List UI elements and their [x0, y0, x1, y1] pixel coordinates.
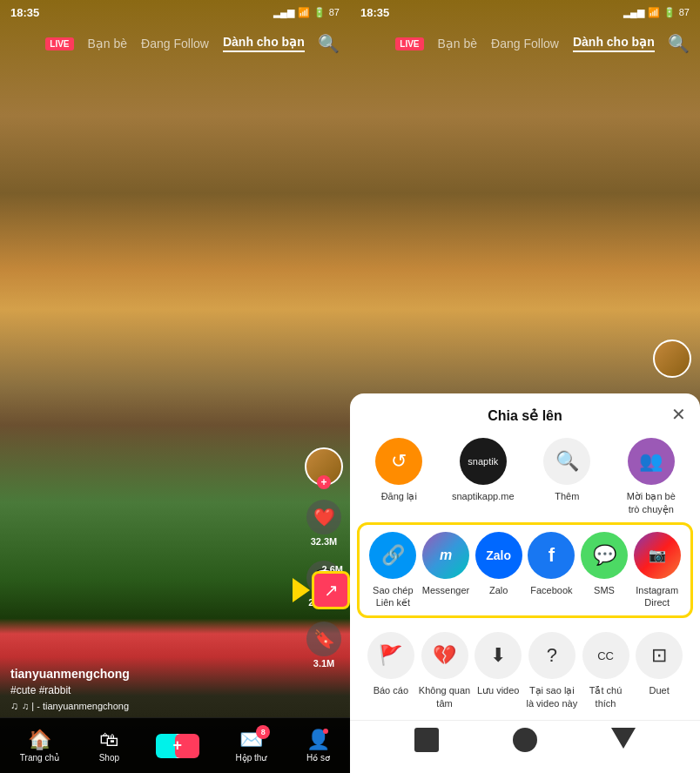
nav-plus-left[interactable]: + [159, 734, 196, 758]
shop-icon-left: 🛍 [99, 729, 118, 751]
bottom-nav-left: 🏠 Trang chủ 🛍 Shop + ✉️ Hộp thư 8 👤 Hồ s… [0, 717, 350, 773]
copy-link-label: Sao chép Liên kết [367, 584, 420, 609]
share-item-copy-link[interactable]: 🔗 Sao chép Liên kết [367, 532, 420, 609]
inbox-badge-left: 8 [256, 725, 270, 739]
caption-icon: CC [582, 632, 629, 679]
share-item-snaptik[interactable]: snaptik snaptikapp.me [452, 438, 515, 502]
live-badge-right[interactable]: LIVE [395, 37, 423, 50]
like-count-left: 32.3M [311, 536, 338, 547]
messenger-icon: m [422, 532, 469, 579]
share-panel-header: Chia sẻ lên ✕ [350, 393, 700, 431]
bookmark-btn-left[interactable]: 🔖 3.1M [306, 622, 341, 669]
facebook-icon: f [528, 532, 575, 579]
share-row-1: ↺ Đăng lại snaptik snaptikapp.me 🔍 Thêm … [350, 431, 700, 522]
share-item-not-interested[interactable]: 💔 Không quan tâm [418, 632, 472, 709]
snaptik-icon: snaptik [460, 438, 507, 485]
search-icon-left[interactable]: 🔍 [318, 33, 340, 54]
share-row-3: 🚩 Báo cáo 💔 Không quan tâm ⬇ Lưu video ?… [350, 625, 700, 716]
nav-circle-btn[interactable] [513, 728, 537, 752]
nav-square-btn[interactable] [414, 728, 439, 752]
share-item-why-video[interactable]: ? Tại sao lại là video này [525, 632, 579, 709]
them-label: Thêm [555, 490, 579, 502]
status-bar-left: 18:35 ▂▄▆ 📶 🔋 87 [0, 0, 350, 24]
heart-icon-left: ❤️ [306, 500, 341, 534]
search-icon-right[interactable]: 🔍 [668, 33, 690, 54]
inbox-label-left: Hộp thư [235, 753, 266, 763]
nav-back-btn[interactable] [611, 728, 636, 749]
right-phone: 18:35 ▂▄▆ 📶 🔋 87 LIVE Bạn bè Đang Follow… [350, 0, 700, 773]
share-close-button[interactable]: ✕ [671, 404, 686, 425]
nav-ban-be-left[interactable]: Bạn bè [88, 37, 128, 50]
music-info-left: ♫ ♫ | - tianyuanmengchong [10, 700, 298, 712]
zalo-label: Zalo [489, 584, 508, 596]
share-panel: Chia sẻ lên ✕ ↺ Đăng lại snaptik snaptik… [350, 393, 700, 773]
share-row-2-highlighted: 🔗 Sao chép Liên kết m Messenger Zalo Zal… [357, 522, 693, 619]
caption-label: Tắt chú thích [579, 684, 633, 709]
nav-dang-follow-right[interactable]: Đang Follow [491, 37, 559, 50]
share-item-repost[interactable]: ↺ Đăng lại [367, 438, 430, 502]
live-badge-left[interactable]: LIVE [45, 37, 73, 50]
video-background [0, 0, 350, 773]
save-video-label: Lưu video [477, 684, 520, 696]
top-nav-right: LIVE Bạn bè Đang Follow Dành cho bạn 🔍 [350, 24, 700, 63]
battery-level: 87 [329, 7, 340, 17]
share-item-messenger[interactable]: m Messenger [420, 532, 473, 596]
bookmark-icon-left: 🔖 [306, 622, 341, 656]
like-btn-left[interactable]: ❤️ 32.3M [306, 500, 341, 547]
battery-icon: 🔋 [313, 7, 326, 18]
share-item-duet[interactable]: ⊡ Duet [632, 632, 686, 696]
music-note-icon: ♫ [10, 700, 18, 712]
nav-danh-cho-ban-right[interactable]: Dành cho bạn [573, 35, 655, 52]
nav-shop-left[interactable]: 🛍 Shop [99, 729, 119, 763]
status-bar-right: 18:35 ▂▄▆ 📶 🔋 87 [350, 0, 700, 24]
why-video-label: Tại sao lại là video này [525, 684, 579, 709]
share-item-facebook[interactable]: f Facebook [525, 532, 578, 596]
report-label: Báo cáo [374, 684, 408, 696]
signal-icon-right: ▂▄▆ [623, 7, 644, 18]
report-icon: 🚩 [367, 632, 414, 679]
share-item-caption[interactable]: CC Tắt chú thích [579, 632, 633, 709]
why-video-icon: ? [528, 632, 575, 679]
bottom-info-left: tianyuanmengchong #cute #rabbit ♫ ♫ | - … [10, 667, 298, 712]
battery-icon-right: 🔋 [663, 7, 676, 18]
share-button-left[interactable]: ↗ [312, 571, 350, 609]
nav-danh-cho-ban-left[interactable]: Dành cho bạn [223, 35, 305, 52]
share-item-instagram[interactable]: 📷 Instagram Direct [630, 532, 683, 609]
zalo-icon: Zalo [475, 532, 522, 579]
username-left[interactable]: tianyuanmengchong [10, 667, 298, 681]
nav-inbox-left[interactable]: ✉️ Hộp thư 8 [235, 729, 266, 763]
snaptik-label: snaptikapp.me [452, 490, 515, 502]
save-video-icon: ⬇ [475, 632, 522, 679]
plus-button-left[interactable]: + [159, 734, 196, 758]
time-left: 18:35 [10, 6, 39, 19]
status-icons-right: ▂▄▆ 📶 🔋 87 [623, 7, 690, 18]
nav-ban-be-right[interactable]: Bạn bè [438, 37, 478, 50]
share-item-report[interactable]: 🚩 Báo cáo [364, 632, 418, 696]
share-item-sms[interactable]: 💬 SMS [578, 532, 631, 596]
instagram-label: Instagram Direct [630, 584, 683, 609]
share-item-save-video[interactable]: ⬇ Lưu video [471, 632, 525, 696]
duet-label: Duet [650, 684, 670, 696]
repost-icon: ↺ [375, 438, 422, 485]
music-text-left: ♫ | - tianyuanmengchong [22, 701, 129, 711]
nav-home-left[interactable]: 🏠 Trang chủ [20, 729, 59, 763]
not-interested-label: Không quan tâm [418, 684, 472, 709]
copy-link-icon: 🔗 [369, 532, 416, 579]
them-icon: 🔍 [543, 438, 590, 485]
not-interested-icon: 💔 [421, 632, 468, 679]
bookmark-count-left: 3.1M [313, 658, 334, 669]
avatar-left[interactable] [305, 447, 343, 486]
nav-dang-follow-left[interactable]: Đang Follow [141, 37, 209, 50]
share-item-them[interactable]: 🔍 Thêm [535, 438, 598, 502]
profile-label-left: Hồ sơ [306, 753, 330, 763]
nav-profile-left[interactable]: 👤 Hồ sơ [306, 729, 330, 763]
share-item-zalo[interactable]: Zalo Zalo [472, 532, 525, 596]
home-icon-left: 🏠 [28, 729, 51, 751]
signal-icon: ▂▄▆ [273, 7, 294, 18]
share-highlight: ↗ [293, 571, 350, 609]
avatar-right[interactable] [653, 339, 691, 378]
invite-label: Mời bạn bè trò chuyện [620, 490, 683, 515]
home-label-left: Trang chủ [20, 753, 59, 763]
time-right: 18:35 [360, 6, 389, 19]
share-item-invite[interactable]: 👥 Mời bạn bè trò chuyện [620, 438, 683, 515]
